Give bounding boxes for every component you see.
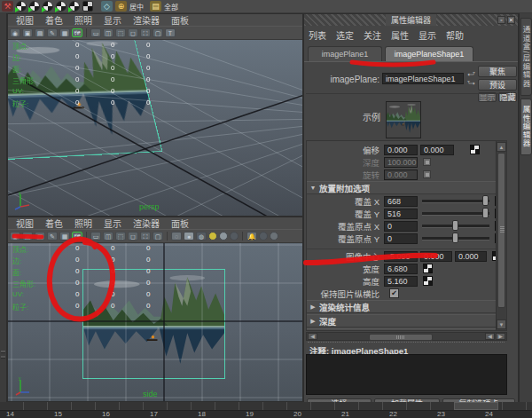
isolate-select-icon[interactable]: 🔔 xyxy=(246,232,257,241)
snap-to-grid-icon[interactable] xyxy=(16,1,27,12)
field-chart-icon[interactable]: ◻ xyxy=(128,232,138,241)
menu-attributes[interactable]: 属性 xyxy=(391,28,409,42)
offset-x-field[interactable]: 0.000 xyxy=(384,145,418,155)
grid-toggle-icon[interactable]: ▦ xyxy=(59,28,70,37)
film-gate-icon[interactable]: ▭ xyxy=(90,28,101,37)
menu-view[interactable]: 视图 xyxy=(16,217,34,230)
float-panel-icon[interactable]: ▫ xyxy=(497,16,505,24)
safe-title-icon[interactable]: ▢ xyxy=(153,28,163,37)
image-plane-icon[interactable]: 🗺 xyxy=(72,28,82,37)
splitter-grip[interactable] xyxy=(1,356,5,359)
menu-show[interactable]: 显示 xyxy=(104,13,121,27)
splitter-grip[interactable] xyxy=(1,351,5,353)
xray-icon[interactable] xyxy=(259,232,268,241)
persp-viewport[interactable]: 顶点:000边:000面:000三角形:000UV:000粒子:000 y pe… xyxy=(8,40,302,216)
ambient-occlusion-icon[interactable] xyxy=(230,232,239,241)
bookmark-icon[interactable]: ▤ xyxy=(35,232,45,241)
map-button-icon[interactable] xyxy=(423,264,433,273)
center-pivot-icon[interactable]: ⊕ xyxy=(115,1,127,12)
image-center-z-field[interactable]: 0.000 xyxy=(455,251,487,262)
section-render-stats[interactable]: ▶ 渲染统计信息 xyxy=(307,300,506,313)
snap-to-projected-center-icon[interactable] xyxy=(56,1,66,12)
field-chart-icon[interactable]: ◻ xyxy=(128,28,138,37)
map-button-icon[interactable] xyxy=(423,276,433,286)
menu-renderer[interactable]: 渲染器 xyxy=(133,217,160,230)
safe-action-icon[interactable]: ⛶ xyxy=(140,28,151,37)
coverage-origin-y-slider[interactable] xyxy=(422,237,489,241)
width-field[interactable]: 6.680 xyxy=(384,264,418,274)
coverage-y-field[interactable]: 516 xyxy=(384,209,418,219)
menu-list[interactable]: 列表 xyxy=(309,28,326,42)
image-plane-icon[interactable]: 🗺 xyxy=(72,232,82,241)
menu-show[interactable]: 显示 xyxy=(104,217,121,230)
section-placement-extras[interactable]: ▼ 放置附加选项 xyxy=(307,181,506,194)
menu-help[interactable]: 帮助 xyxy=(446,28,464,42)
attribute-editor-dock-tab[interactable]: 属性编辑器 xyxy=(520,99,532,155)
snap-to-point-icon[interactable] xyxy=(43,1,53,12)
scroll-left-icon[interactable]: ◀ xyxy=(308,333,317,340)
coverage-origin-y-field[interactable]: 0 xyxy=(384,233,418,244)
presets-button[interactable]: 预设 xyxy=(478,79,517,91)
shaded-icon[interactable]: ● xyxy=(184,232,194,241)
menu-shading[interactable]: 着色 xyxy=(45,217,63,230)
menu-lighting[interactable]: 照明 xyxy=(74,13,92,27)
notes-textarea[interactable] xyxy=(306,354,507,395)
output-connection-icon[interactable]: ⮑ xyxy=(467,78,475,87)
select-all-icon[interactable]: ▤ xyxy=(150,1,161,12)
image-plane-swatch[interactable] xyxy=(386,101,421,138)
image-center-y-field[interactable]: 0.000 xyxy=(420,251,452,262)
time-slider-ticks[interactable] xyxy=(0,402,532,411)
depth-field[interactable]: 100.000 xyxy=(384,157,418,168)
menu-focus[interactable]: 关注 xyxy=(364,28,381,42)
input-connection-icon[interactable]: ⮐ xyxy=(467,69,475,78)
coverage-x-field[interactable]: 668 xyxy=(384,196,418,207)
horizontal-scrollbar[interactable]: ◀ ◀ ▶ xyxy=(306,332,507,341)
gate-mask-icon[interactable]: ⬚ xyxy=(115,28,126,37)
camera-select-icon[interactable]: ◉ xyxy=(10,28,20,37)
scroll-down-icon[interactable]: ▼ xyxy=(497,319,506,329)
menu-shading[interactable]: 着色 xyxy=(45,13,63,27)
coverage-origin-x-field[interactable]: 0 xyxy=(384,221,418,232)
use-all-lights-icon[interactable] xyxy=(208,232,217,241)
scroll-right-icon[interactable]: ▶ xyxy=(496,333,505,340)
menu-panels[interactable]: 面板 xyxy=(171,217,189,230)
safe-action-icon[interactable]: ⛶ xyxy=(140,232,151,241)
wireframe-icon[interactable]: ◌ xyxy=(171,232,182,241)
gate-mask-icon[interactable]: ⬚ xyxy=(115,232,126,241)
menu-lighting[interactable]: 照明 xyxy=(74,217,92,230)
grease-pencil-icon[interactable]: ✎ xyxy=(47,232,58,241)
time-slider[interactable]: 1415161718192021222324 xyxy=(0,402,532,418)
backface-icon[interactable] xyxy=(270,232,278,241)
fill-mode-icon[interactable]: T xyxy=(165,28,176,37)
coverage-y-slider[interactable] xyxy=(422,212,489,216)
scrollbar-thumb[interactable] xyxy=(497,153,505,308)
image-plane-object[interactable] xyxy=(8,40,163,160)
offset-y-field[interactable]: 0.000 xyxy=(420,145,454,155)
tab-imageplaneshape1[interactable]: imagePlaneShape1 xyxy=(385,46,473,61)
camera-select-icon[interactable]: ◉ xyxy=(10,232,20,241)
camera-lock-icon[interactable]: ▣ xyxy=(22,232,33,241)
scroll-left-icon[interactable]: ◀ xyxy=(485,333,495,340)
image-plane-object[interactable] xyxy=(82,269,225,379)
focus-button[interactable]: 聚焦 xyxy=(478,66,517,77)
menu-selected[interactable]: 选定 xyxy=(336,28,354,42)
scroll-up-icon[interactable]: ▲ xyxy=(497,142,506,152)
camera-lock-icon[interactable]: ▣ xyxy=(22,28,33,37)
make-live-icon[interactable] xyxy=(82,1,93,12)
tab-imageplane1[interactable]: imagePlane1 xyxy=(308,46,382,61)
attribute-editor-titlebar[interactable]: 属性编辑器 xyxy=(304,14,518,26)
grid-toggle-icon[interactable]: ▦ xyxy=(59,232,70,241)
menu-show[interactable]: 显示 xyxy=(419,28,436,42)
menu-panels[interactable]: 面板 xyxy=(171,13,189,27)
snap-to-curve-icon[interactable] xyxy=(29,1,40,12)
film-gate-icon[interactable]: ▭ xyxy=(90,232,101,241)
image-plane-name-field[interactable]: imagePlaneShape1 xyxy=(382,73,464,84)
time-slider-range-block[interactable] xyxy=(454,402,498,410)
resolution-gate-icon[interactable]: ◫ xyxy=(103,232,113,241)
height-field[interactable]: 5.160 xyxy=(384,276,418,287)
map-button-icon[interactable] xyxy=(470,145,480,154)
image-center-x-field[interactable]: -5.090 xyxy=(384,251,418,262)
tool-box-icon[interactable]: ⚒ xyxy=(2,1,13,12)
close-panel-icon[interactable]: ✕ xyxy=(507,16,515,24)
connection-icon[interactable] xyxy=(423,158,431,166)
